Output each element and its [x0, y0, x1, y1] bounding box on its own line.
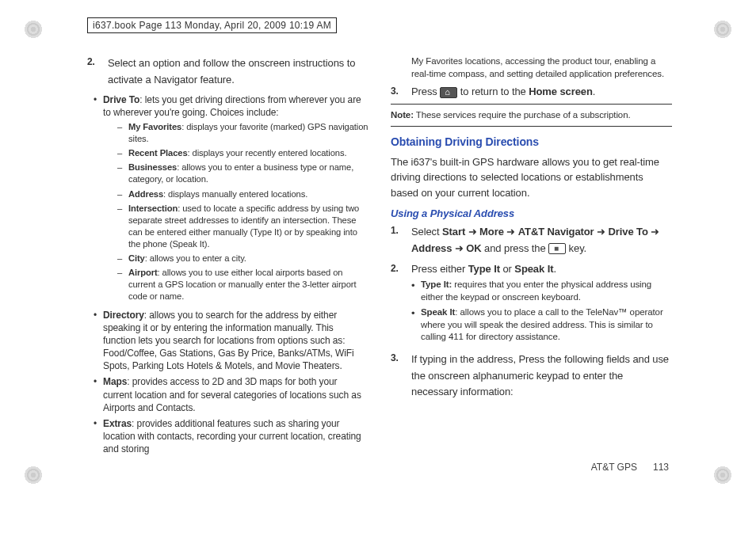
home-key-icon	[440, 87, 457, 98]
bullet-label: Directory	[103, 310, 144, 321]
heading-physical-address: Using a Physical Address	[391, 207, 672, 221]
step-text: If typing in the address, Press the foll…	[411, 352, 672, 401]
bullet-label: Drive To	[103, 94, 139, 105]
crop-mark-icon	[24, 20, 43, 39]
text: Select	[411, 226, 442, 238]
bullet-icon: •	[94, 417, 103, 456]
sub-businesses: –Businesses: allows you to enter a busin…	[117, 162, 368, 185]
text: to return to the	[460, 86, 529, 97]
bullet-text: : allows you to place a call to the Tele…	[421, 307, 663, 341]
bullet-type-it: • Type It: requires that you enter the p…	[411, 279, 672, 303]
bullet-icon: •	[411, 279, 421, 303]
divider	[391, 104, 672, 105]
sub-my-favorites: –My Favorites: displays your favorite (m…	[117, 121, 368, 145]
step-body: Press to return to the Home screen.	[411, 85, 672, 99]
speak-it-label: Speak It	[514, 263, 553, 275]
sub-label: Address	[128, 189, 163, 199]
step-2: 2. Select an option and follow the onscr…	[87, 55, 368, 89]
bullet-directory: • Directory: allows you to search for th…	[94, 309, 368, 373]
sub-label: Airport	[128, 268, 158, 277]
text: .	[593, 86, 596, 97]
left-column: 2. Select an option and follow the onscr…	[87, 55, 368, 475]
page-number: 113	[653, 462, 669, 473]
step-text: Select an option and follow the onscreen…	[108, 55, 368, 89]
sub-airport: –Airport: allows you to use either local…	[117, 267, 368, 302]
crop-mark-icon	[713, 466, 732, 485]
bullet-text: requires that you enter the physical add…	[421, 280, 651, 302]
note-label: Note:	[391, 110, 414, 120]
bullet-icon: •	[94, 93, 103, 306]
sub-intersection: –Intersection: used to locate a specific…	[117, 203, 368, 250]
nav-more: More	[479, 226, 518, 238]
bullet-extras: • Extras: provides additional features s…	[94, 417, 368, 456]
sub-label: My Favorites	[128, 122, 181, 131]
sub-label: Recent Places	[128, 148, 188, 158]
bullet-text: : lets you get driving directions from w…	[103, 94, 361, 118]
type-it-label: Type It	[468, 263, 500, 275]
sub-recent-places: –Recent Places: displays your recently e…	[117, 147, 368, 159]
subscription-note: Note: These services require the purchas…	[391, 109, 672, 122]
sub-text: : allows you to enter a city.	[145, 253, 246, 263]
text: key.	[569, 242, 586, 254]
center-key-icon	[548, 243, 566, 254]
sub-label: City	[128, 253, 145, 263]
step-body: Select Start More AT&T Navigator Drive T…	[411, 224, 672, 257]
sub-text: : allows you to use either local airport…	[128, 268, 356, 301]
sub-text: : displays manually entered locations.	[163, 189, 307, 199]
bullet-text: : provides access to 2D and 3D maps for …	[103, 376, 361, 413]
step-number: 3.	[391, 85, 411, 99]
bullet-maps: • Maps: provides access to 2D and 3D map…	[94, 375, 368, 414]
nav-att-navigator: AT&T Navigator	[518, 226, 609, 238]
sub-city: –City: allows you to enter a city.	[117, 253, 368, 264]
bullet-text: : provides additional features such as s…	[103, 418, 361, 454]
bullet-icon: •	[411, 306, 421, 344]
sub-label: Businesses	[128, 162, 177, 172]
bullet-drive-to: • Drive To: lets you get driving directi…	[94, 93, 368, 306]
step-number: 3.	[391, 352, 411, 401]
right-column: My Favorites locations, accessing the pr…	[391, 55, 672, 475]
note-text: These services require the purchase of a…	[414, 110, 631, 120]
bullet-label: Maps	[103, 376, 127, 387]
heading-obtaining-directions: Obtaining Driving Directions	[391, 135, 672, 150]
page-content: 2. Select an option and follow the onscr…	[87, 55, 672, 475]
section-name: AT&T GPS	[591, 462, 637, 473]
home-screen-label: Home screen	[529, 86, 593, 97]
nav-start: Start	[442, 226, 479, 238]
text: Press either	[411, 263, 468, 275]
step-number: 1.	[391, 224, 411, 257]
crop-mark-icon	[713, 20, 732, 39]
step-3: 3. Press to return to the Home screen.	[391, 85, 672, 99]
bullet-label: Type It:	[421, 280, 452, 289]
extras-continuation: My Favorites locations, accessing the pr…	[411, 55, 672, 80]
bullet-label: Extras	[103, 418, 132, 429]
divider	[391, 126, 672, 127]
text: .	[553, 263, 556, 275]
text: or	[500, 263, 514, 275]
step-2-press: 2. Press either Type It or Speak It. • T…	[391, 262, 672, 347]
bullet-speak-it: • Speak It: allows you to place a call t…	[411, 306, 672, 344]
text: Press	[411, 86, 440, 97]
sub-address: –Address: displays manually entered loca…	[117, 188, 368, 200]
sub-text: : displays your recently entered locatio…	[188, 148, 347, 158]
framemaker-header: i637.book Page 113 Monday, April 20, 200…	[87, 17, 337, 33]
step-body: Press either Type It or Speak It. • Type…	[411, 262, 672, 347]
step-number: 2.	[87, 55, 108, 89]
crop-mark-icon	[24, 466, 43, 485]
nav-address: Address	[411, 242, 466, 254]
bullet-icon: •	[94, 375, 103, 414]
step-number: 2.	[391, 262, 411, 347]
text: and press the	[484, 242, 548, 254]
sub-label: Intersection	[128, 203, 178, 213]
bullet-label: Speak It	[421, 307, 455, 317]
intro-text: The i637's built-in GPS hardware allows …	[391, 154, 672, 201]
nav-drive-to: Drive To	[609, 226, 660, 238]
page-footer: AT&T GPS 113	[591, 462, 669, 473]
nav-ok: OK	[466, 242, 481, 254]
step-1-select: 1. Select Start More AT&T Navigator Driv…	[391, 224, 672, 257]
bullet-icon: •	[94, 309, 103, 373]
step-3-typing: 3. If typing in the address, Press the f…	[391, 352, 672, 401]
